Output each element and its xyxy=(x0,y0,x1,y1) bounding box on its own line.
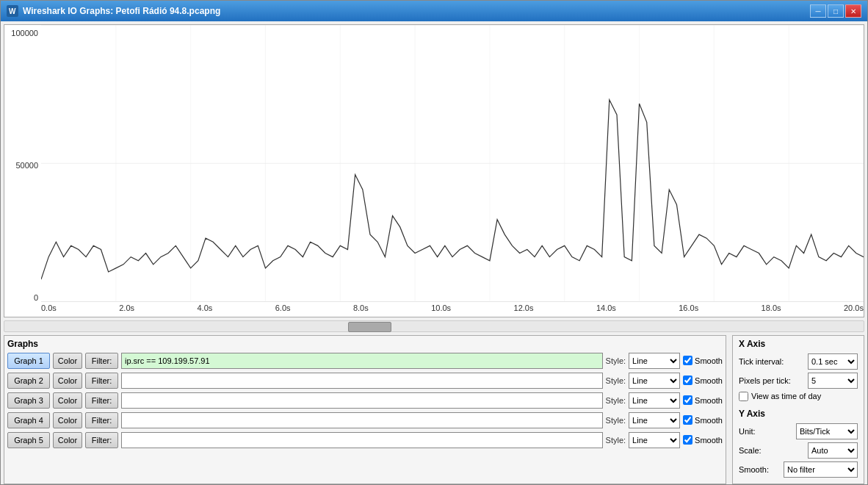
title-bar: W Wireshark IO Graphs: Petofi Rádió 94.8… xyxy=(1,1,867,21)
unit-label: Unit: xyxy=(739,427,793,436)
graph2-style-label: Style: xyxy=(606,376,626,385)
x-label-20: 20.0s xyxy=(844,303,864,317)
window-title: Wireshark IO Graphs: Petofi Rádió 94.8.p… xyxy=(23,6,220,16)
tick-interval-select[interactable]: 0.1 sec 0.5 sec 1 sec xyxy=(808,353,858,370)
graph5-style-select[interactable]: Line Impulse FBar Dot xyxy=(629,432,680,448)
y-label-50k: 50000 xyxy=(7,161,38,170)
graph2-filter-button[interactable]: Filter: xyxy=(85,373,118,389)
graph1-filter-input[interactable] xyxy=(121,353,603,369)
title-bar-left: W Wireshark IO Graphs: Petofi Rádió 94.8… xyxy=(7,5,220,17)
unit-select[interactable]: Bits/Tick Bytes/Tick Packets/Tick xyxy=(796,423,858,439)
graph4-filter-button[interactable]: Filter: xyxy=(85,412,118,428)
x-label-4: 4.0s xyxy=(197,303,212,317)
graph-row-1: Graph 1 Color Filter: Style: Line Impuls… xyxy=(7,352,723,370)
pixels-per-tick-row: Pixels per tick: 5 10 20 xyxy=(739,373,858,389)
y-label-top: 100000 xyxy=(7,29,38,37)
scrollbar-thumb[interactable] xyxy=(348,322,391,332)
graph1-button[interactable]: Graph 1 xyxy=(7,353,50,369)
graph2-smooth: Smooth xyxy=(683,376,723,385)
graph3-smooth-checkbox[interactable] xyxy=(683,395,692,405)
graph5-smooth-checkbox[interactable] xyxy=(683,435,692,445)
graph1-smooth: Smooth xyxy=(683,356,723,365)
x-axis-title: X Axis xyxy=(739,339,858,349)
svg-text:W: W xyxy=(9,7,16,15)
x-label-10: 10.0s xyxy=(431,303,451,317)
graph4-smooth-label: Smooth xyxy=(695,416,723,425)
axis-section: X Axis Tick interval: 0.1 sec 0.5 sec 1 … xyxy=(732,335,864,484)
x-label-0: 0.0s xyxy=(41,303,57,317)
x-label-12: 12.0s xyxy=(514,303,534,317)
graph-row-5: Graph 5 Color Filter: Style: Line Impuls… xyxy=(7,431,723,449)
graph5-filter-input[interactable] xyxy=(121,432,603,448)
x-label-2: 2.0s xyxy=(119,303,134,317)
graph1-smooth-label: Smooth xyxy=(695,356,723,365)
y-axis-labels: 100000 50000 0 xyxy=(4,25,41,317)
graph3-color-button[interactable]: Color xyxy=(53,392,82,409)
chart-inner: 0.0s 2.0s 4.0s 6.0s 8.0s 10.0s 12.0s 14.… xyxy=(41,25,864,317)
view-as-time-label: View as time of day xyxy=(751,392,821,400)
pixels-per-tick-select[interactable]: 5 10 20 xyxy=(808,373,858,389)
scale-row: Scale: Auto Fixed xyxy=(739,442,858,459)
x-label-6: 6.0s xyxy=(275,303,291,317)
graph1-smooth-checkbox[interactable] xyxy=(683,356,692,365)
x-label-16: 16.0s xyxy=(679,303,698,317)
y-axis-title: Y Axis xyxy=(739,409,858,419)
graph5-filter-button[interactable]: Filter: xyxy=(85,432,118,448)
graph-svg[interactable] xyxy=(41,25,864,302)
graph4-color-button[interactable]: Color xyxy=(53,412,82,428)
graph4-smooth-checkbox[interactable] xyxy=(683,415,692,425)
tick-interval-label: Tick interval: xyxy=(739,357,805,366)
graphs-section: Graphs Graph 1 Color Filter: Style: Line… xyxy=(4,335,726,484)
window-controls: ─ □ ✕ xyxy=(810,4,861,18)
chart-area: 100000 50000 0 xyxy=(4,24,864,317)
y-label-zero: 0 xyxy=(7,293,38,302)
graph2-button[interactable]: Graph 2 xyxy=(7,373,50,389)
graph3-filter-input[interactable] xyxy=(121,392,603,409)
graph5-smooth-label: Smooth xyxy=(695,436,723,445)
graph-row-3: Graph 3 Color Filter: Style: Line Impuls… xyxy=(7,392,723,409)
minimize-button[interactable]: ─ xyxy=(810,4,826,18)
graph2-filter-input[interactable] xyxy=(121,373,603,389)
graph1-color-button[interactable]: Color xyxy=(53,353,82,369)
view-as-time-checkbox[interactable] xyxy=(739,392,748,401)
app-icon: W xyxy=(7,5,18,17)
graph4-style-label: Style: xyxy=(606,416,626,425)
graph3-button[interactable]: Graph 3 xyxy=(7,392,50,409)
view-as-time-row: View as time of day xyxy=(739,392,858,401)
x-axis-labels: 0.0s 2.0s 4.0s 6.0s 8.0s 10.0s 12.0s 14.… xyxy=(41,302,864,317)
smooth-row: Smooth: No filter Moving average xyxy=(739,461,858,478)
graph-row-4: Graph 4 Color Filter: Style: Line Impuls… xyxy=(7,412,723,429)
smooth-label: Smooth: xyxy=(739,465,781,474)
graph4-filter-input[interactable] xyxy=(121,412,603,428)
smooth-select[interactable]: No filter Moving average xyxy=(784,461,858,478)
close-window-button[interactable]: ✕ xyxy=(845,4,861,18)
graph5-color-button[interactable]: Color xyxy=(53,432,82,448)
graph1-style-select[interactable]: Line Impulse FBar Dot xyxy=(629,353,680,369)
graph5-smooth: Smooth xyxy=(683,435,723,445)
maximize-button[interactable]: □ xyxy=(828,4,844,18)
graph4-smooth: Smooth xyxy=(683,415,723,425)
graph4-style-select[interactable]: Line Impulse FBar Dot xyxy=(629,412,680,428)
graph1-style-label: Style: xyxy=(606,356,626,365)
graph2-color-button[interactable]: Color xyxy=(53,373,82,389)
graph3-smooth: Smooth xyxy=(683,395,723,405)
graph-row-2: Graph 2 Color Filter: Style: Line Impuls… xyxy=(7,372,723,389)
unit-row: Unit: Bits/Tick Bytes/Tick Packets/Tick xyxy=(739,423,858,439)
x-label-14: 14.0s xyxy=(596,303,616,317)
graph5-button[interactable]: Graph 5 xyxy=(7,432,50,448)
x-label-8: 8.0s xyxy=(353,303,369,317)
graph3-filter-button[interactable]: Filter: xyxy=(85,392,118,409)
tick-interval-row: Tick interval: 0.1 sec 0.5 sec 1 sec xyxy=(739,353,858,370)
main-content: 100000 50000 0 xyxy=(1,21,867,485)
scrollbar[interactable] xyxy=(4,320,864,332)
graph4-button[interactable]: Graph 4 xyxy=(7,412,50,428)
bottom-panel: Graphs Graph 1 Color Filter: Style: Line… xyxy=(4,335,864,484)
graph2-style-select[interactable]: Line Impulse FBar Dot xyxy=(629,373,680,389)
graph1-filter-button[interactable]: Filter: xyxy=(85,353,118,369)
graph2-smooth-checkbox[interactable] xyxy=(683,376,692,385)
scale-select[interactable]: Auto Fixed xyxy=(808,442,858,459)
scale-label: Scale: xyxy=(739,446,805,455)
graph3-style-select[interactable]: Line Impulse FBar Dot xyxy=(629,392,680,409)
graph3-smooth-label: Smooth xyxy=(695,396,723,405)
graph2-smooth-label: Smooth xyxy=(695,376,723,385)
